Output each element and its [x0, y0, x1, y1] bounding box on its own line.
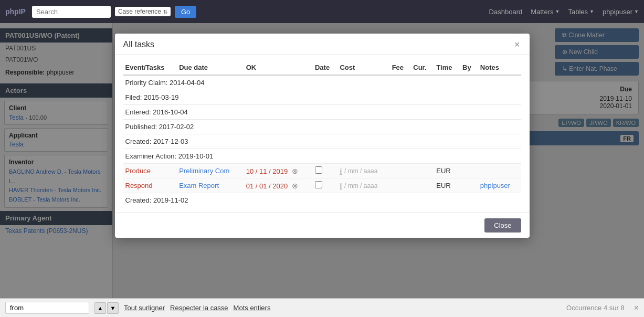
task2-ok-check	[313, 178, 337, 193]
sort-icon: ⇅	[163, 9, 167, 15]
modal-title: All tasks	[123, 40, 155, 49]
tasks-table: Event/Tasks Due date OK Date Cost Fee Cu…	[123, 60, 521, 207]
task1-by	[478, 164, 521, 178]
find-bar: ▲ ▼ Tout surligner Respecter la casse Mo…	[0, 298, 644, 317]
find-status: Occurrence 4 sur 8	[566, 304, 625, 312]
col-by: By	[460, 60, 478, 75]
table-row: Created: 2017-12-03	[123, 134, 521, 149]
task2-clear-icon[interactable]: ⊗	[292, 182, 298, 190]
table-row: Entered: 2016-10-04	[123, 105, 521, 120]
all-tasks-modal: All tasks × Event/Tasks Due date OK Date…	[115, 34, 530, 238]
find-close-button[interactable]: ×	[634, 303, 639, 313]
task1-fee	[411, 164, 434, 178]
task1-ok-checkbox[interactable]	[315, 166, 322, 174]
find-input[interactable]	[5, 302, 89, 314]
nav-user[interactable]: phpipuser▼	[603, 8, 639, 16]
modal-body: Event/Tasks Due date OK Date Cost Fee Cu…	[115, 55, 530, 213]
task1-produce-link[interactable]: Produce	[125, 167, 151, 175]
col-fee: Fee	[390, 60, 411, 75]
table-row: Filed: 2015-03-19	[123, 90, 521, 105]
task1-date-value: 10 / 11 / 2019	[246, 167, 288, 175]
col-cost: Cost	[337, 60, 389, 75]
table-header: Event/Tasks Due date OK Date Cost Fee Cu…	[123, 60, 521, 75]
task2-date-field[interactable]: jj / mm / aaaa	[340, 182, 377, 189]
table-row: Published: 2017-02-02	[123, 120, 521, 134]
page-body: PAT001US/WO (Patent) PAT001US PAT001WO R…	[0, 23, 644, 298]
nav-matters[interactable]: Matters▼	[531, 8, 559, 16]
find-prev-button[interactable]: ▲	[94, 302, 106, 314]
task2-fee	[411, 178, 434, 193]
task2-date-value: 01 / 01 / 2020	[246, 182, 288, 190]
col-ok: OK	[244, 60, 313, 75]
task1-action: Produce	[123, 164, 177, 178]
task1-ok-check	[313, 164, 337, 178]
table-row: Created: 2019-11-02	[123, 193, 521, 208]
task2-cur-value: EUR	[436, 182, 450, 189]
table-row: Examiner Action: 2019-10-01	[123, 149, 521, 164]
case-reference-select[interactable]: Case reference ⇅	[115, 7, 171, 16]
col-time: Time	[434, 60, 460, 75]
list-item: Respond Exam Report 01 / 01 / 2020 ⊗	[123, 178, 521, 193]
table-body: Priority Claim: 2014-04-04 Filed: 2015-0…	[123, 75, 521, 207]
task1-cur-value: EUR	[436, 167, 450, 175]
section-entered: Entered: 2016-10-04	[123, 105, 521, 120]
task1-date-field[interactable]: jj / mm / aaaa	[340, 167, 377, 175]
task2-by: phpipuser	[478, 178, 521, 193]
col-notes: Notes	[478, 60, 521, 75]
task1-clear-icon[interactable]: ⊗	[292, 167, 298, 175]
col-date: Date	[313, 60, 337, 75]
top-navigation: phpIP Case reference ⇅ Go Dashboard Matt…	[0, 0, 644, 23]
col-event-tasks: Event/Tasks	[123, 60, 177, 75]
find-next-button[interactable]: ▼	[107, 302, 119, 314]
task2-by-value[interactable]: phpipuser	[480, 182, 510, 189]
section-created-2017: Created: 2017-12-03	[123, 134, 521, 149]
modal-close-x-button[interactable]: ×	[513, 40, 521, 49]
modal-overlay: All tasks × Event/Tasks Due date OK Date…	[0, 23, 644, 298]
task2-date-input: jj / mm / aaaa	[337, 178, 389, 193]
task1-doc: Preliminary Com	[177, 164, 244, 178]
nav-tables[interactable]: Tables▼	[568, 8, 594, 16]
task2-doc-link[interactable]: Exam Report	[179, 182, 219, 189]
task2-ok-checkbox[interactable]	[315, 181, 322, 188]
task1-time	[460, 164, 478, 178]
section-published: Published: 2017-02-02	[123, 120, 521, 134]
section-priority-claim: Priority Claim: 2014-04-04	[123, 75, 521, 90]
task1-due-date: 10 / 11 / 2019 ⊗	[244, 164, 313, 178]
find-highlight-all[interactable]: Tout surligner	[124, 304, 165, 312]
task2-currency: EUR	[434, 178, 460, 193]
section-created-2019: Created: 2019-11-02	[123, 193, 521, 208]
modal-footer: Close	[115, 213, 530, 238]
case-reference-label: Case reference	[118, 8, 161, 15]
modal-close-button[interactable]: Close	[484, 218, 521, 233]
go-button[interactable]: Go	[175, 6, 196, 18]
task2-action: Respond	[123, 178, 177, 193]
nav-dashboard[interactable]: Dashboard	[489, 8, 523, 16]
task1-date-input: jj / mm / aaaa	[337, 164, 389, 178]
col-cur: Cur.	[411, 60, 434, 75]
task1-doc-link[interactable]: Preliminary Com	[179, 167, 229, 175]
table-row: Priority Claim: 2014-04-04	[123, 75, 521, 90]
task2-doc: Exam Report	[177, 178, 244, 193]
brand-logo: phpIP	[5, 7, 26, 16]
search-input[interactable]	[32, 6, 111, 18]
modal-header: All tasks ×	[115, 34, 530, 55]
task2-respond-link[interactable]: Respond	[125, 182, 153, 189]
find-nav-buttons: ▲ ▼	[94, 302, 119, 314]
nav-right: Dashboard Matters▼ Tables▼ phpipuser▼	[489, 8, 639, 16]
task2-due-date: 01 / 01 / 2020 ⊗	[244, 178, 313, 193]
col-due-date: Due date	[177, 60, 244, 75]
task2-cost	[390, 178, 411, 193]
find-whole-words[interactable]: Mots entiers	[234, 304, 271, 312]
section-examiner: Examiner Action: 2019-10-01	[123, 149, 521, 164]
find-match-case[interactable]: Respecter la casse	[170, 304, 228, 312]
list-item: Produce Preliminary Com 10 / 11 / 2019 ⊗	[123, 164, 521, 178]
task2-time	[460, 178, 478, 193]
section-filed: Filed: 2015-03-19	[123, 90, 521, 105]
task1-cost	[390, 164, 411, 178]
task1-currency: EUR	[434, 164, 460, 178]
